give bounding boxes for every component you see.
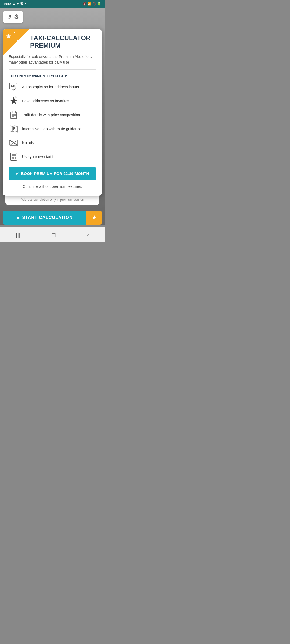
menu-nav-button[interactable]: ||| xyxy=(10,230,26,240)
battery-icon: 🔋 xyxy=(97,2,101,6)
corner-badge: ★ ✦ ✦ xyxy=(3,29,30,56)
modal-backdrop: ★ ✦ ✦ TAXI-CALCULATOR PREMIUM Especially… xyxy=(0,26,105,208)
refresh-icon[interactable]: ↺ xyxy=(7,14,12,20)
feature-map: Interactive map with route guidance xyxy=(9,124,96,134)
play-icon: ▶ xyxy=(17,215,20,220)
features-list: AB Autocompletion for address inputs ✦ xyxy=(9,82,96,162)
status-bar: 10:56 ⚙ M 🖼 • 🔇 📶 🚫 🔋 xyxy=(0,0,105,8)
modal-title: TAXI-CALCULATOR PREMIUM xyxy=(30,34,96,49)
no-ads-icon xyxy=(9,138,19,148)
svg-rect-22 xyxy=(12,158,13,159)
svg-point-13 xyxy=(13,127,15,129)
feature-no-ads-text: No ads xyxy=(22,141,34,145)
feature-map-text: Interactive map with route guidance xyxy=(22,127,81,131)
svg-rect-23 xyxy=(13,158,14,159)
favorite-star-icon: ✦ ✦ xyxy=(9,96,19,106)
svg-rect-19 xyxy=(12,157,13,158)
wifi-icon: 📶 xyxy=(88,2,91,6)
star-icon: ★ xyxy=(92,214,97,221)
svg-rect-20 xyxy=(13,157,14,158)
svg-text:✦: ✦ xyxy=(15,96,16,98)
toolbar-area: ↺ ⚙ xyxy=(0,8,105,26)
favorites-button[interactable]: ★ xyxy=(86,211,102,225)
continue-without-premium-link[interactable]: Continue without premium features. xyxy=(9,184,96,189)
bottom-info: Address completion only in premium versi… xyxy=(5,194,99,205)
gmail-icon: M xyxy=(17,2,19,5)
start-calculation-bar: ▶ START CALCULATION ★ xyxy=(3,211,102,225)
feature-own-tariff-text: Use your own tariff xyxy=(22,155,53,159)
feature-tariff-text: Tariff details with price composition xyxy=(22,113,80,117)
feature-no-ads: No ads xyxy=(9,138,96,148)
photo-icon: 🖼 xyxy=(20,2,23,5)
book-button-label: BOOK PREMIUM FOR €2.89/MONTH xyxy=(21,171,89,176)
feature-autocompletion: AB Autocompletion for address inputs xyxy=(9,82,96,92)
start-calculation-label: START CALCULATION xyxy=(22,215,73,220)
settings-icon[interactable]: ⚙ xyxy=(14,13,19,20)
time: 10:56 xyxy=(4,2,11,5)
nav-bar: ||| □ ‹ xyxy=(0,227,105,242)
calculator-icon xyxy=(9,152,19,162)
block-icon: 🚫 xyxy=(92,2,96,6)
sparkle-icon-1: ✦ xyxy=(13,31,16,34)
clipboard-icon xyxy=(9,110,19,120)
premium-modal: ★ ✦ ✦ TAXI-CALCULATOR PREMIUM Especially… xyxy=(3,29,102,196)
svg-rect-21 xyxy=(15,157,16,158)
svg-rect-18 xyxy=(12,154,16,156)
status-left: 10:56 ⚙ M 🖼 • xyxy=(4,2,26,6)
gear-status-icon: ⚙ xyxy=(13,2,15,6)
svg-text:AB: AB xyxy=(10,84,16,88)
feature-own-tariff: Use your own tariff xyxy=(9,152,96,162)
feature-autocompletion-text: Autocompletion for address inputs xyxy=(22,85,79,89)
bottom-info-text: Address completion only in premium versi… xyxy=(21,198,84,202)
premium-star-icon: ★ xyxy=(5,33,12,40)
mute-icon: 🔇 xyxy=(83,2,86,6)
divider xyxy=(9,69,96,70)
svg-rect-24 xyxy=(15,158,16,159)
sparkle-icon-2: ✦ xyxy=(17,39,19,42)
feature-favorites: ✦ ✦ Save addresses as favorites xyxy=(9,96,96,106)
pricing-header: FOR ONLY €2.89/MONTH YOU GET: xyxy=(9,74,96,78)
dot-icon: • xyxy=(25,2,26,5)
status-right: 🔇 📶 🚫 🔋 xyxy=(83,2,101,6)
toolbar-box: ↺ ⚙ xyxy=(3,11,23,23)
feature-favorites-text: Save addresses as favorites xyxy=(22,99,69,103)
map-icon xyxy=(9,124,19,134)
start-calculation-button[interactable]: ▶ START CALCULATION xyxy=(3,211,86,225)
back-nav-button[interactable]: ‹ xyxy=(82,230,94,240)
book-premium-button[interactable]: ✔ BOOK PREMIUM FOR €2.89/MONTH xyxy=(9,167,96,180)
checkmark-icon: ✔ xyxy=(16,171,19,176)
background-area: ↺ ⚙ ★ ✦ ✦ TAXI-CALCULATOR PREMIUM E xyxy=(0,8,105,225)
ab-check-icon: AB xyxy=(9,82,19,92)
home-nav-button[interactable]: □ xyxy=(46,230,61,240)
feature-tariff: Tariff details with price composition xyxy=(9,110,96,120)
